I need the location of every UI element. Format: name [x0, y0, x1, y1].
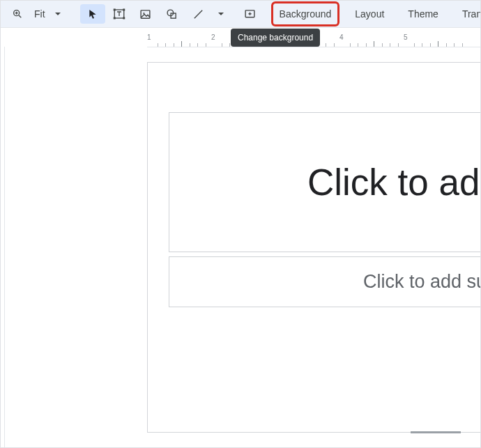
svg-rect-8	[123, 17, 125, 20]
svg-rect-6	[123, 9, 125, 11]
line-tool-dropdown[interactable]	[213, 4, 228, 24]
shape-tool[interactable]	[160, 4, 185, 24]
textbox-tool[interactable]	[107, 4, 132, 24]
transition-button-label: Transition	[462, 8, 481, 20]
theme-button-label: Theme	[408, 8, 438, 20]
background-tooltip: Change background	[231, 29, 320, 47]
title-placeholder[interactable]: Click to add title	[169, 112, 481, 252]
background-button-label: Background	[280, 8, 332, 20]
line-tool[interactable]	[186, 4, 211, 24]
svg-rect-5	[113, 9, 115, 11]
workspace[interactable]: Click to add title Click to add subtitle	[1, 47, 480, 447]
theme-button[interactable]: Theme	[401, 3, 445, 25]
comment-tool[interactable]	[238, 4, 263, 24]
app-frame: Fit	[0, 0, 481, 448]
chevron-down-icon	[218, 13, 224, 15]
zoom-value: Fit	[34, 8, 45, 20]
subtitle-placeholder[interactable]: Click to add subtitle	[169, 256, 481, 307]
transition-button[interactable]: Transition	[455, 3, 481, 25]
zoom-dropdown[interactable]	[48, 4, 66, 24]
svg-line-1	[19, 15, 21, 17]
image-tool[interactable]	[133, 4, 158, 24]
background-button[interactable]: Background	[273, 3, 339, 25]
chevron-down-icon	[55, 13, 61, 15]
tooltip-text: Change background	[238, 33, 313, 43]
subtitle-placeholder-text: Click to add subtitle	[363, 271, 481, 293]
layout-button[interactable]: Layout	[348, 3, 391, 25]
zoom-icon[interactable]	[5, 4, 30, 24]
svg-rect-7	[113, 17, 115, 20]
toolbar: Fit	[1, 1, 480, 28]
svg-line-13	[194, 10, 202, 17]
slide-footer-accent	[411, 431, 461, 433]
select-tool[interactable]	[80, 4, 105, 24]
layout-button-label: Layout	[355, 8, 384, 20]
title-placeholder-text: Click to add title	[307, 161, 481, 203]
gutter	[1, 47, 5, 447]
zoom-label[interactable]: Fit	[31, 8, 47, 20]
zoom-control[interactable]: Fit	[5, 4, 66, 24]
